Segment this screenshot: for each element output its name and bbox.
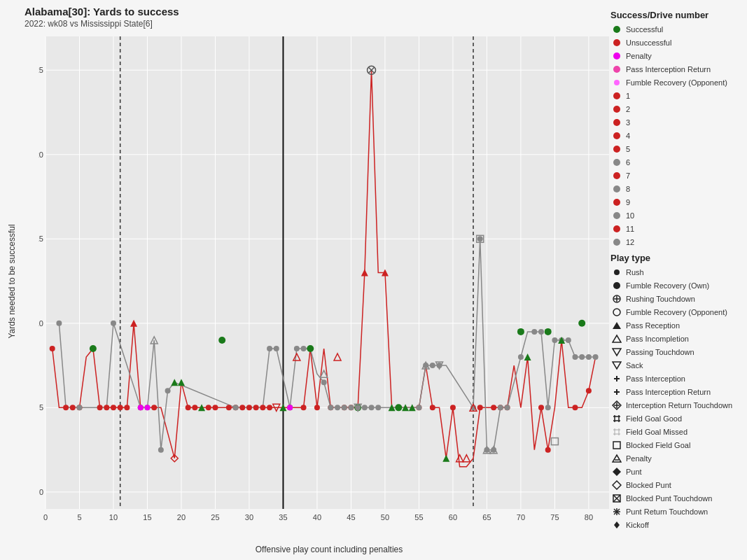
legend-section1-title: Success/Drive number bbox=[610, 10, 740, 20]
legend-item: Field Goal Missed bbox=[610, 426, 740, 438]
svg-point-74 bbox=[301, 405, 307, 410]
svg-point-128 bbox=[498, 405, 503, 410]
svg-point-192 bbox=[613, 225, 620, 232]
legend-symbol bbox=[610, 266, 623, 279]
legend-label: 1 bbox=[626, 92, 630, 100]
legend-label: 2 bbox=[626, 105, 630, 113]
legend-item: 1 bbox=[610, 90, 740, 102]
svg-point-94 bbox=[395, 404, 402, 411]
svg-text:65: 65 bbox=[482, 513, 491, 522]
legend-item: Rushing Touchdown bbox=[610, 293, 740, 305]
legend-item: 9 bbox=[610, 196, 740, 209]
svg-point-136 bbox=[566, 337, 571, 343]
legend-symbol bbox=[610, 372, 623, 385]
svg-marker-231 bbox=[614, 522, 620, 528]
chart-title: Alabama[30]: Yards to success bbox=[25, 6, 179, 18]
svg-marker-200 bbox=[613, 322, 621, 329]
svg-text:0: 0 bbox=[39, 488, 43, 496]
legend-label: Sack bbox=[626, 361, 643, 370]
svg-point-122 bbox=[430, 363, 435, 368]
svg-text:80: 80 bbox=[585, 513, 593, 522]
legend-label: Blocked Field Goal bbox=[626, 441, 690, 449]
svg-text:5: 5 bbox=[77, 513, 81, 522]
legend-symbol bbox=[610, 399, 623, 412]
legend-item: 2 bbox=[610, 103, 740, 115]
svg-point-106 bbox=[267, 346, 272, 351]
svg-point-125 bbox=[477, 236, 483, 241]
legend-item: Unsuccessful bbox=[610, 36, 740, 49]
svg-point-80 bbox=[430, 405, 435, 410]
svg-point-88 bbox=[573, 405, 578, 410]
legend-symbol bbox=[610, 76, 623, 89]
legend-symbol bbox=[610, 319, 623, 332]
legend-item: Passing Touchdown bbox=[610, 346, 740, 358]
legend-label: 6 bbox=[626, 158, 630, 167]
x-axis-label: Offensive play count including penalties bbox=[39, 545, 620, 554]
legend-item: 7 bbox=[610, 169, 740, 182]
legend-label: Pass Interception Return bbox=[626, 65, 711, 74]
legend-symbol bbox=[610, 452, 623, 465]
svg-point-182 bbox=[613, 92, 620, 99]
svg-point-130 bbox=[518, 354, 524, 360]
legend-label: 12 bbox=[626, 238, 634, 246]
svg-point-111 bbox=[321, 379, 327, 385]
legend-symbol bbox=[610, 50, 623, 62]
legend-symbol bbox=[610, 293, 623, 305]
legend-item: Field Goal Good bbox=[610, 412, 740, 425]
svg-text:0: 0 bbox=[43, 513, 48, 522]
legend-label: Pass Interception Return bbox=[626, 388, 711, 396]
legend-section2: RushFumble Recovery (Own)Rushing Touchdo… bbox=[610, 266, 740, 531]
svg-point-82 bbox=[477, 405, 483, 410]
legend-label: Blocked Punt bbox=[626, 481, 671, 489]
svg-point-139 bbox=[586, 354, 592, 360]
svg-point-92 bbox=[307, 345, 314, 352]
svg-point-65 bbox=[212, 405, 218, 410]
legend-symbol bbox=[610, 156, 623, 169]
svg-point-114 bbox=[342, 405, 347, 410]
legend-label: 10 bbox=[626, 211, 634, 220]
svg-text:20: 20 bbox=[177, 513, 186, 522]
svg-text:15: 15 bbox=[39, 234, 43, 243]
svg-point-133 bbox=[545, 405, 551, 410]
svg-text:35: 35 bbox=[279, 513, 287, 522]
svg-point-190 bbox=[613, 199, 620, 206]
svg-text:40: 40 bbox=[313, 513, 321, 522]
svg-text:70: 70 bbox=[517, 513, 525, 522]
svg-text:25: 25 bbox=[39, 66, 43, 74]
svg-point-184 bbox=[613, 119, 620, 126]
plot-area: 0510152025303540455055606570758005101520… bbox=[39, 29, 620, 533]
svg-marker-222 bbox=[613, 468, 621, 476]
legend-item: Successful bbox=[610, 23, 740, 36]
svg-point-107 bbox=[274, 346, 279, 351]
legend-item: 11 bbox=[610, 223, 740, 235]
legend-symbol bbox=[610, 23, 623, 36]
legend-symbol bbox=[610, 143, 623, 155]
legend-symbol bbox=[610, 412, 623, 425]
svg-point-113 bbox=[335, 405, 340, 410]
svg-point-140 bbox=[593, 354, 599, 360]
svg-point-119 bbox=[375, 405, 381, 410]
legend-label: 8 bbox=[626, 185, 630, 193]
svg-point-131 bbox=[531, 329, 537, 335]
svg-point-81 bbox=[450, 405, 456, 410]
svg-point-104 bbox=[165, 388, 171, 393]
legend-area: Success/Drive number SuccessfulUnsuccess… bbox=[610, 6, 740, 532]
svg-point-98 bbox=[56, 321, 62, 326]
svg-point-178 bbox=[613, 39, 620, 46]
legend-symbol bbox=[610, 519, 623, 531]
svg-point-183 bbox=[613, 106, 620, 113]
svg-text:20: 20 bbox=[39, 150, 43, 159]
svg-point-194 bbox=[614, 270, 620, 275]
svg-point-103 bbox=[158, 447, 164, 453]
legend-label: Unsuccessful bbox=[626, 38, 671, 47]
svg-point-70 bbox=[253, 405, 259, 410]
legend-label: 9 bbox=[626, 198, 630, 206]
svg-text:5: 5 bbox=[39, 403, 43, 412]
svg-point-171 bbox=[138, 405, 144, 410]
legend-label: 5 bbox=[626, 145, 630, 153]
legend-symbol bbox=[610, 196, 623, 209]
y-axis-label: Yards needed to be successful bbox=[6, 29, 18, 533]
legend-item: Kickoff bbox=[610, 519, 740, 531]
legend-label: Pass Interception bbox=[626, 374, 685, 383]
svg-text:55: 55 bbox=[414, 513, 423, 522]
